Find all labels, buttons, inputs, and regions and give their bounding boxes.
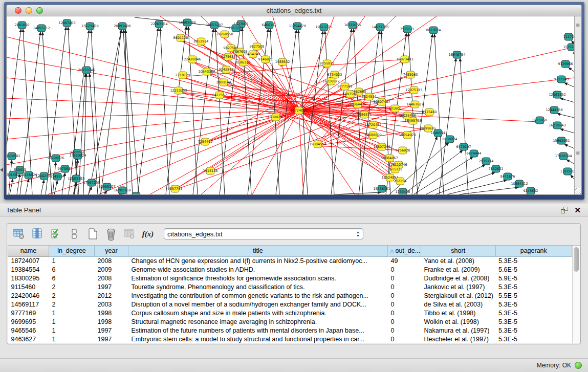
- graph-node-label: 9115460: [422, 110, 437, 114]
- column-header-title[interactable]: title: [128, 246, 388, 256]
- table-cell-title: Structural magnetic resonance image aver…: [128, 317, 388, 326]
- graph-node-label: 12505185: [68, 177, 84, 181]
- graph-node-label: 9777169: [338, 84, 353, 89]
- graph-node-label: 8813074: [426, 28, 441, 32]
- table-cell-in_degree: 2: [49, 291, 95, 300]
- graph-node-label: 9699695: [421, 126, 436, 130]
- network-window-titlebar[interactable]: citations_edges.txt: [7, 5, 581, 16]
- table-toolbar: f(x) citations_edges.txt ▲▼: [7, 224, 580, 244]
- graph-node-label: 14055712: [33, 26, 50, 30]
- new-file-icon[interactable]: [86, 227, 99, 240]
- graph-node-label: 9975887: [58, 167, 73, 171]
- table-cell-out_degree: 0: [388, 309, 421, 317]
- table-vertical-scrollbar[interactable]: [572, 246, 580, 343]
- graph-node-label: 20600502: [7, 154, 20, 158]
- delete-trash-icon[interactable]: [104, 227, 118, 240]
- close-panel-icon[interactable]: ✕: [574, 207, 581, 213]
- graph-node-label: 17957255: [83, 181, 100, 185]
- table-row[interactable]: 969969511998Structural magnetic resonanc…: [8, 317, 572, 326]
- graph-node-label: 8454749: [246, 52, 260, 56]
- table-cell-year: 2003: [95, 300, 128, 309]
- select-columns-icon[interactable]: [49, 227, 62, 240]
- network-canvas[interactable]: 1872400718300295860112889129542226055898…: [7, 16, 581, 194]
- graph-node-label: 15692951: [553, 139, 570, 143]
- network-window: citations_edges.txt 18724007183002958601…: [6, 5, 582, 195]
- table-row[interactable]: 977716911998Corpus callosum shape and si…: [8, 309, 572, 317]
- table-cell-name: 9115460: [8, 282, 49, 291]
- column-header-name[interactable]: name: [8, 246, 49, 256]
- column-header-in_degree[interactable]: in_degree: [49, 246, 95, 256]
- minimize-window-button[interactable]: [26, 7, 32, 14]
- table-cell-title: Changes of HCN gene expression and I(f) …: [128, 256, 388, 265]
- column-header-pagerank[interactable]: pagerank: [495, 246, 572, 256]
- zoom-window-button[interactable]: [36, 7, 43, 14]
- function-builder-icon[interactable]: f(x): [141, 227, 155, 240]
- divider-grip-icon[interactable]: ▦: [576, 150, 580, 155]
- graph-node-label: 7254402: [198, 140, 213, 144]
- float-panel-icon[interactable]: [561, 207, 568, 213]
- table-row[interactable]: 1938455462009Genome-wide association stu…: [8, 265, 572, 274]
- show-columns-icon[interactable]: [31, 227, 44, 240]
- table-cell-out_degree: 0: [388, 291, 421, 300]
- table-cell-in_degree: 1: [49, 317, 95, 326]
- divider-grip-icon[interactable]: ▦: [576, 23, 580, 27]
- table-row[interactable]: 1872400712008Changes of HCN gene express…: [8, 256, 572, 265]
- graph-node-label: 16782759: [114, 188, 130, 192]
- canvas-right-divider[interactable]: ▦ ▦: [574, 16, 581, 194]
- table-cell-year: 1998: [95, 309, 128, 317]
- table-wrap: namein_degreeyeartitle△ out_de...shortpa…: [8, 245, 580, 343]
- node-table-head: namein_degreeyeartitle△ out_de...shortpa…: [8, 246, 572, 256]
- graph-node-label: 11173: [563, 35, 574, 39]
- left-panel-collapse-icon[interactable]: [0, 168, 3, 172]
- table-selector-dropdown[interactable]: citations_edges.txt ▲▼: [164, 228, 363, 239]
- table-row[interactable]: 2242004622012Investigating the contribut…: [8, 291, 572, 300]
- column-header-year[interactable]: year: [95, 246, 128, 256]
- memory-status-label: Memory: OK: [537, 362, 571, 369]
- table-options-icon[interactable]: [12, 227, 26, 240]
- table-cell-in_degree: 2: [49, 282, 95, 291]
- graph-node-label: 10688609: [364, 133, 381, 137]
- table-cell-year: 2008: [95, 274, 128, 282]
- graph-node-label: 19613725: [315, 25, 332, 29]
- table-cell-in_degree: 6: [49, 265, 95, 274]
- table-cell-out_degree: 0: [388, 300, 421, 309]
- graph-node-label: 8427552: [212, 93, 227, 97]
- memory-status-indicator: [575, 362, 582, 369]
- scrollbar-thumb[interactable]: [574, 247, 579, 272]
- graph-node-label: 1145194: [50, 174, 65, 179]
- network-window-title: citations_edges.txt: [7, 7, 581, 14]
- table-cell-in_degree: 1: [49, 335, 95, 343]
- row-tools-icon[interactable]: [68, 227, 81, 240]
- graph-node-label: 11156829: [20, 173, 37, 177]
- graph-node-label: 8938924: [443, 137, 458, 141]
- table-cell-name: 19384554: [8, 265, 49, 274]
- graph-node-label: 15751074: [563, 45, 574, 49]
- table-cell-pagerank: 5.3E-5: [495, 256, 572, 265]
- graph-node-label: 17016504: [555, 154, 572, 158]
- table-cell-name: 18724007: [8, 256, 49, 265]
- table-cell-name: 9463627: [8, 335, 49, 343]
- graph-node-label: 20206576: [47, 156, 64, 160]
- node-table: namein_degreeyeartitle△ out_de...shortpa…: [8, 246, 572, 343]
- table-cell-title: Disruption of a novel member of a sodium…: [128, 300, 388, 309]
- graph-node-label: 7485063: [403, 73, 418, 77]
- table-cell-name: 14569117: [8, 300, 49, 309]
- table-row[interactable]: 1456911722003Disruption of a novel membe…: [8, 300, 572, 309]
- table-cell-in_degree: 2: [49, 300, 95, 309]
- column-header-out_degree[interactable]: △ out_de...: [388, 246, 421, 256]
- resize-grip-icon[interactable]: [575, 188, 581, 194]
- graph-node-label: 18724007: [290, 108, 307, 113]
- table-row[interactable]: 1830029562008Estimation of significance …: [8, 274, 572, 282]
- table-cell-short: Nakamura et al. (1997): [421, 326, 496, 335]
- table-cell-pagerank: 5.5E-5: [495, 291, 572, 300]
- graph-node-label: 9227343: [554, 77, 569, 81]
- graph-node-label: 19684067: [381, 156, 398, 160]
- column-header-short[interactable]: short: [421, 246, 496, 256]
- table-row[interactable]: 911546021997Tourette syndrome. Phenomeno…: [8, 282, 572, 291]
- close-window-button[interactable]: [15, 7, 21, 14]
- table-row[interactable]: 946554611997Estimation of the future num…: [8, 326, 572, 335]
- table-cell-name: 22420046: [8, 291, 49, 300]
- graph-node-label: 14463627: [406, 102, 423, 106]
- graph-node-label: 1915138: [203, 169, 218, 173]
- table-row[interactable]: 946362711997Embryonic stem cells: a mode…: [8, 335, 572, 343]
